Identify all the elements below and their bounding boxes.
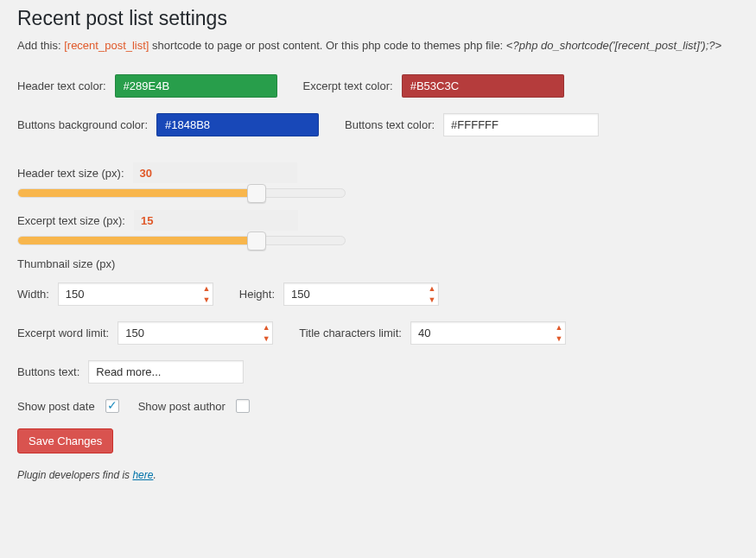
excerpt-text-color-label: Excerpt text color: (303, 79, 393, 92)
show-post-author-checkbox[interactable] (236, 399, 250, 413)
intro-text: Add this: [recent_post_list] shortcode t… (17, 39, 739, 52)
spinner-down-icon[interactable]: ▼ (555, 334, 563, 343)
spinner-up-icon[interactable]: ▲ (262, 323, 270, 332)
buttons-bg-color-input[interactable] (156, 113, 319, 136)
excerpt-text-size-label: Excerpt text size (px): (17, 214, 125, 227)
thumb-width-input[interactable] (58, 282, 213, 306)
footer-link[interactable]: here (132, 469, 153, 481)
excerpt-text-size-input[interactable] (134, 210, 298, 231)
excerpt-text-color-input[interactable] (402, 74, 564, 98)
header-text-size-input[interactable] (133, 162, 297, 183)
slider-fill (18, 189, 257, 197)
show-post-date-label: Show post date (17, 400, 95, 413)
slider-fill (18, 237, 257, 244)
spinner-down-icon[interactable]: ▼ (428, 295, 436, 304)
buttons-text-color-input[interactable] (443, 113, 599, 136)
spinner[interactable]: ▲ ▼ (555, 323, 563, 343)
spinner-up-icon[interactable]: ▲ (428, 284, 436, 293)
excerpt-text-size-slider[interactable] (17, 236, 346, 245)
show-post-author-label: Show post author (138, 400, 226, 413)
thumb-height-label: Height: (239, 288, 275, 301)
show-post-date-checkbox[interactable] (105, 399, 119, 413)
footer-prefix: Plugin developers find is (17, 469, 132, 481)
slider-handle[interactable] (247, 184, 266, 203)
header-text-color-input[interactable] (115, 74, 277, 98)
excerpt-word-limit-label: Excerpt word limit: (17, 327, 109, 339)
spinner-down-icon[interactable]: ▼ (262, 334, 270, 343)
header-text-color-label: Header text color: (17, 79, 106, 92)
title-chars-limit-input[interactable] (410, 321, 566, 345)
thumbnail-size-label: Thumbnail size (px) (17, 257, 115, 270)
footer-note: Plugin developers find is here. (17, 469, 739, 481)
spinner-up-icon[interactable]: ▲ (555, 323, 563, 332)
spinner-up-icon[interactable]: ▲ (202, 284, 211, 293)
footer-suffix: . (153, 469, 156, 481)
buttons-text-label: Buttons text: (17, 365, 79, 378)
buttons-bg-color-label: Buttons background color: (17, 118, 148, 131)
spinner[interactable]: ▲ ▼ (428, 284, 436, 304)
thumb-width-label: Width: (17, 288, 49, 301)
save-changes-button[interactable]: Save Changes (17, 428, 113, 453)
excerpt-word-limit-input[interactable] (118, 321, 273, 345)
spinner-down-icon[interactable]: ▼ (202, 295, 211, 304)
spinner[interactable]: ▲ ▼ (202, 284, 211, 304)
title-chars-limit-label: Title characters limit: (299, 327, 402, 339)
intro-php: <?php do_shortcode('[recent_post_list]')… (506, 39, 721, 52)
header-text-size-label: Header text size (px): (17, 167, 124, 180)
page-title: Recent post list settings (17, 7, 739, 30)
intro-mid: shortcode to page or post content. Or th… (149, 39, 505, 52)
buttons-text-color-label: Buttons text color: (345, 118, 435, 131)
spinner[interactable]: ▲ ▼ (262, 323, 270, 343)
thumb-height-input[interactable] (283, 282, 439, 306)
buttons-text-input[interactable] (88, 360, 244, 384)
intro-shortcode: [recent_post_list] (64, 39, 149, 52)
header-text-size-slider[interactable] (17, 188, 346, 198)
intro-prefix: Add this: (17, 39, 64, 52)
slider-handle[interactable] (247, 231, 266, 250)
